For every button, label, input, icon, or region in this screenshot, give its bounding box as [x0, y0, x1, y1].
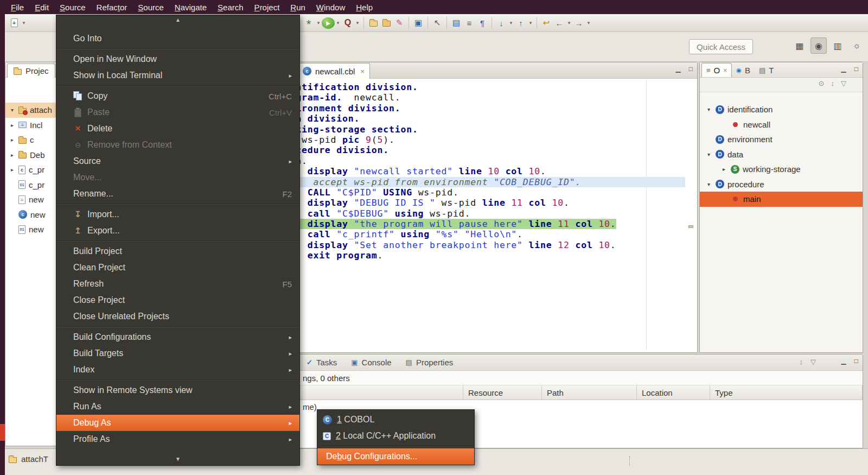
- pointer-icon[interactable]: ↖: [431, 16, 444, 30]
- menu-item-profile-as[interactable]: Profile As▸: [56, 431, 299, 447]
- outline-item-procedure[interactable]: ▾Dprocedure: [700, 177, 863, 192]
- menu-item-delete[interactable]: ×Delete: [56, 121, 299, 137]
- new-dropdown-icon[interactable]: ▾: [21, 16, 27, 30]
- code-line[interactable]: exit program.: [278, 250, 685, 261]
- menu-item-debug-as[interactable]: Debug As▸: [56, 415, 299, 431]
- menu-item-source[interactable]: Source▸: [56, 153, 299, 169]
- outline-item-newcall[interactable]: newcall: [700, 117, 863, 132]
- tab-project-explorer[interactable]: Projec: [7, 64, 55, 78]
- menu-item-show-in-local-terminal[interactable]: Show in Local Terminal▸: [56, 67, 299, 84]
- overview-ruler-mark[interactable]: [688, 225, 693, 228]
- minimize-icon[interactable]: ▁: [841, 357, 846, 365]
- tree-expander-icon[interactable]: ▾: [705, 106, 712, 112]
- tree-expander-icon[interactable]: ▸: [720, 166, 727, 172]
- menubar-item-help[interactable]: Help: [350, 1, 378, 14]
- code-line[interactable]: 01 ws-pid pic 9(5).: [278, 135, 685, 145]
- code-line[interactable]: procedure division.: [278, 145, 685, 155]
- menu-item-close-project[interactable]: Close Project: [56, 292, 299, 308]
- view-tab-console[interactable]: ▣Console: [346, 356, 397, 369]
- outline-item-environment[interactable]: Denvironment: [700, 132, 863, 147]
- menu-item-move[interactable]: Move...: [56, 169, 299, 186]
- view-menu-icon[interactable]: ▽: [810, 358, 816, 366]
- menubar-item-project[interactable]: Project: [249, 1, 285, 14]
- filter-icon[interactable]: ↕: [800, 358, 803, 366]
- menu-item-clean-project[interactable]: Clean Project: [56, 259, 299, 276]
- view-tab-b[interactable]: ◉B: [732, 63, 755, 77]
- submenu-item-2-local-c-c-application[interactable]: C2 Local C/C++ Application: [317, 428, 474, 444]
- back-dropdown-icon[interactable]: ▾: [566, 16, 572, 30]
- menu-item-show-in-remote-systems-view[interactable]: Show in Remote Systems view: [56, 382, 299, 398]
- menu-item-export[interactable]: ↥Export...: [56, 223, 299, 239]
- menu-item-run-as[interactable]: Run As▸: [56, 398, 299, 415]
- menu-scroll-down-icon[interactable]: ▼: [56, 455, 299, 463]
- expand-dropdown-icon[interactable]: ▾: [508, 16, 514, 30]
- menubar-item-window[interactable]: Window: [311, 1, 350, 14]
- menu-item-build-targets[interactable]: Build Targets▸: [56, 345, 299, 362]
- forward-dropdown-icon[interactable]: ▾: [585, 16, 592, 30]
- open-perspective-icon[interactable]: ▦: [792, 37, 808, 54]
- ccpp-perspective-icon[interactable]: ▥: [829, 37, 846, 54]
- saved-search-icon[interactable]: [380, 16, 393, 30]
- menu-item-paste[interactable]: PasteCtrl+V: [56, 104, 299, 121]
- pilcrow-icon[interactable]: ¶: [476, 16, 489, 30]
- new-wizard-icon[interactable]: +: [8, 16, 21, 30]
- code-line[interactable]: program-id. newcall.: [278, 92, 685, 103]
- menu-item-open-in-new-window[interactable]: Open in New Window: [56, 51, 299, 67]
- view-menu-icon[interactable]: ▽: [841, 79, 846, 87]
- maximize-icon[interactable]: □: [689, 65, 693, 73]
- last-edit-icon[interactable]: ↩: [540, 16, 553, 30]
- cobol-perspective-icon[interactable]: ◉: [810, 37, 827, 54]
- code-area[interactable]: identification division.program-id. newc…: [278, 82, 685, 350]
- code-line[interactable]: display "Set another breakpoint here" li…: [278, 240, 685, 250]
- tree-expander-icon[interactable]: ▸: [9, 152, 15, 158]
- tree-expander-icon[interactable]: ▸: [9, 167, 15, 173]
- run-dropdown-icon[interactable]: ▾: [335, 16, 341, 30]
- code-line[interactable]: display "the program will pause here" li…: [278, 219, 685, 229]
- debug-tool-icon[interactable]: *: [302, 16, 315, 30]
- menu-item-go-into[interactable]: Go Into: [56, 30, 299, 47]
- submenu-item-debug-configurations[interactable]: Debug Configurations...: [317, 448, 474, 465]
- tree-expander-icon[interactable]: ▸: [9, 122, 15, 128]
- view-tab-t[interactable]: ▤T: [755, 63, 778, 77]
- outline-item-data[interactable]: ▾Ddata: [700, 147, 863, 162]
- quick-access-button[interactable]: Quick Access: [689, 39, 753, 54]
- new-division-icon[interactable]: ▤: [450, 16, 463, 30]
- collapse-all-icon[interactable]: ↑: [514, 16, 527, 30]
- brush-icon[interactable]: ✎: [393, 16, 406, 30]
- menubar-item-refactor[interactable]: Refactor: [91, 1, 133, 14]
- menu-item-close-unrelated-projects[interactable]: Close Unrelated Projects: [56, 308, 299, 325]
- menu-item-build-project[interactable]: Build Project: [56, 243, 299, 259]
- collapse-dropdown-icon[interactable]: ▾: [527, 16, 534, 30]
- view-tab-properties[interactable]: ▤Properties: [400, 356, 459, 369]
- tree-expander-icon[interactable]: ▾: [9, 107, 15, 113]
- tree-expander-icon[interactable]: ▾: [705, 181, 712, 187]
- menu-item-remove-from-context[interactable]: ⊖Remove from Context: [56, 137, 299, 153]
- code-line[interactable]: working-storage section.: [278, 124, 685, 135]
- back-icon[interactable]: ←: [553, 16, 566, 30]
- format-doc-icon[interactable]: ≡: [463, 16, 476, 30]
- menu-item-refresh[interactable]: RefreshF5: [56, 276, 299, 292]
- view-tab-o[interactable]: ≡O×: [701, 63, 732, 77]
- menubar-item-edit[interactable]: Edit: [29, 1, 54, 14]
- debug-dropdown-icon[interactable]: ▾: [315, 16, 322, 30]
- focus-icon[interactable]: ⊙: [819, 79, 825, 87]
- menubar-item-file[interactable]: File: [5, 1, 29, 14]
- menubar-item-run[interactable]: Run: [285, 1, 311, 14]
- tab-newcall-cbl[interactable]: c newcall.cbl ×: [297, 63, 370, 79]
- column-header-path[interactable]: Path: [542, 385, 637, 400]
- maximize-icon[interactable]: □: [854, 65, 858, 73]
- outline-item-working-storage[interactable]: ▸Sworking-storage: [700, 162, 863, 177]
- close-icon[interactable]: ×: [723, 67, 727, 74]
- code-line[interactable]: display "DEBUG ID IS " ws-pid line 11 co…: [278, 198, 685, 208]
- menu-item-import[interactable]: ↧Import...: [56, 206, 299, 223]
- minimize-icon[interactable]: ▁: [841, 65, 846, 73]
- code-line[interactable]: accept ws-pid from environment "COB_DEBU…: [278, 177, 685, 187]
- outline-item-main[interactable]: main: [700, 192, 863, 207]
- code-line[interactable]: identification division.: [278, 82, 685, 92]
- menubar-item-navigate[interactable]: Navigate: [169, 1, 212, 14]
- menubar-item-source[interactable]: Source: [132, 1, 169, 14]
- debug-perspective-icon[interactable]: ☼: [848, 37, 865, 54]
- menu-item-index[interactable]: Index▸: [56, 362, 299, 378]
- column-header-type[interactable]: Type: [710, 385, 863, 400]
- code-line[interactable]: CALL "C$PID" USING ws-pid.: [278, 187, 685, 198]
